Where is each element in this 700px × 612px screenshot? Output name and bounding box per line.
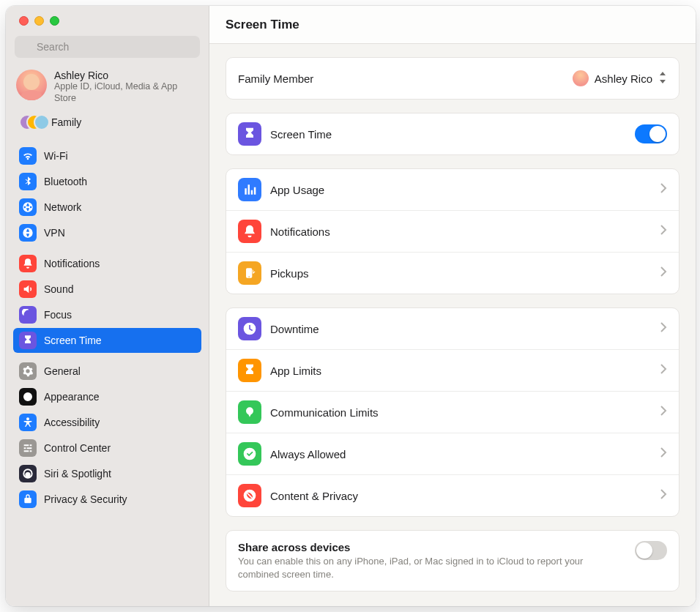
row-always[interactable]: Always Allowed (226, 433, 679, 474)
content-icon (238, 484, 261, 507)
share-title: Share across devices (238, 541, 626, 553)
sidebar-item-accessibility[interactable]: Accessibility (13, 410, 201, 435)
sidebar-item-notifications[interactable]: Notifications (13, 251, 201, 276)
family-member-select[interactable]: Ashley Rico (573, 70, 667, 86)
commlimits-icon (238, 400, 261, 424)
downtime-icon (238, 317, 261, 340)
chevron-right-icon (660, 322, 667, 335)
sidebar-item-general[interactable]: General (13, 359, 201, 384)
main-pane: Screen Time Family Member Ashley Rico (209, 6, 696, 606)
screentime-toggle-card: Screen Time (226, 113, 679, 155)
sidebar-item-label: Control Center (44, 442, 111, 454)
sidebar-group: Wi-FiBluetoothNetworkVPN (13, 143, 201, 245)
row-label: Downtime (270, 323, 652, 335)
controlcenter-icon (19, 439, 37, 457)
applimits-icon (238, 359, 261, 382)
sidebar-item-appearance[interactable]: Appearance (13, 384, 201, 409)
sound-icon (19, 280, 37, 298)
close-window-button[interactable] (19, 16, 29, 26)
screentime-icon (19, 332, 37, 349)
sidebar-item-label: Wi-Fi (44, 150, 68, 162)
sidebar-item-label: Appearance (44, 391, 100, 403)
sidebar-item-screentime[interactable]: Screen Time (13, 328, 201, 353)
sidebar-item-siri[interactable]: Siri & Spotlight (13, 461, 201, 486)
row-label: App Usage (270, 184, 652, 196)
sidebar-item-wifi[interactable]: Wi-Fi (13, 143, 201, 168)
zoom-window-button[interactable] (50, 16, 59, 26)
row-applimits[interactable]: App Limits (226, 349, 679, 391)
row-label: Notifications (270, 225, 652, 238)
family-member-selected: Ashley Rico (595, 72, 652, 85)
row-label: Always Allowed (270, 448, 652, 460)
row-app-usage[interactable]: App Usage (226, 169, 679, 210)
settings-section-card: App UsageNotificationsPickups (226, 168, 679, 294)
row-content[interactable]: Content & Privacy (226, 474, 679, 516)
sidebar-item-label: Notifications (44, 258, 100, 269)
hourglass-icon (238, 122, 261, 146)
network-icon (19, 198, 37, 216)
account-text: Ashley Rico Apple ID, iCloud, Media & Ap… (54, 70, 198, 104)
chevron-right-icon (660, 447, 667, 460)
focus-icon (19, 306, 37, 324)
search-input[interactable] (15, 36, 200, 58)
family-member-row: Family Member Ashley Rico (226, 58, 679, 99)
share-across-devices-card: Share across devices You can enable this… (226, 530, 679, 592)
apple-id-account[interactable]: Ashley Rico Apple ID, iCloud, Media & Ap… (13, 65, 201, 110)
screentime-toggle-label: Screen Time (270, 128, 626, 141)
sidebar-item-label: VPN (44, 227, 65, 239)
sidebar-item-bluetooth[interactable]: Bluetooth (13, 169, 201, 194)
sidebar-item-network[interactable]: Network (13, 195, 201, 220)
accessibility-icon (19, 414, 37, 431)
sidebar: Ashley Rico Apple ID, iCloud, Media & Ap… (6, 6, 209, 606)
siri-icon (19, 465, 37, 482)
account-subtitle: Apple ID, iCloud, Media & App Store (54, 81, 198, 104)
share-toggle[interactable] (635, 541, 667, 560)
sidebar-item-label: Privacy & Security (44, 493, 127, 505)
wifi-icon (19, 147, 37, 165)
row-label: Communication Limits (270, 406, 652, 419)
sidebar-item-label: Siri & Spotlight (44, 468, 111, 479)
avatar (16, 70, 47, 100)
settings-window: Ashley Rico Apple ID, iCloud, Media & Ap… (6, 6, 696, 606)
sidebar-item-label: Focus (44, 309, 72, 321)
sidebar-item-controlcenter[interactable]: Control Center (13, 436, 201, 460)
vpn-icon (19, 224, 37, 242)
row-downtime[interactable]: Downtime (226, 308, 679, 349)
sidebar-item-family[interactable]: Family (13, 110, 201, 138)
sidebar-item-privacy[interactable]: Privacy & Security (13, 487, 201, 512)
screentime-toggle-row: Screen Time (226, 113, 679, 154)
privacy-icon (19, 490, 37, 508)
appearance-icon (19, 388, 37, 406)
sidebar-item-label: Sound (44, 283, 73, 295)
row-label: Content & Privacy (270, 490, 652, 502)
family-member-label: Family Member (238, 72, 564, 85)
app-usage-icon (238, 178, 261, 201)
chevron-right-icon (660, 489, 667, 502)
general-icon (19, 362, 37, 380)
avatar (573, 70, 589, 86)
row-commlimits[interactable]: Communication Limits (226, 391, 679, 433)
settings-section-card: DowntimeApp LimitsCommunication LimitsAl… (226, 307, 679, 517)
sidebar-item-label: Network (44, 201, 81, 213)
sidebar-item-focus[interactable]: Focus (13, 302, 201, 327)
sidebar-group: NotificationsSoundFocusScreen Time (13, 251, 201, 353)
window-controls (6, 6, 209, 31)
row-notif[interactable]: Notifications (226, 210, 679, 252)
screentime-toggle[interactable] (635, 124, 667, 143)
share-row: Share across devices You can enable this… (226, 531, 679, 591)
minimize-window-button[interactable] (34, 16, 44, 26)
chevron-right-icon (660, 225, 667, 238)
sidebar-item-sound[interactable]: Sound (13, 277, 201, 302)
titlebar: Screen Time (209, 6, 696, 44)
family-member-card: Family Member Ashley Rico (226, 57, 679, 100)
chevron-updown-icon (658, 72, 667, 86)
bluetooth-icon (19, 173, 37, 190)
chevron-right-icon (660, 266, 667, 280)
row-label: Pickups (270, 267, 652, 280)
sidebar-item-vpn[interactable]: VPN (13, 220, 201, 245)
notifications-icon (19, 255, 37, 272)
sidebar-item-label: General (44, 365, 81, 377)
notif-icon (238, 220, 261, 243)
row-pickups[interactable]: Pickups (226, 252, 679, 294)
page-title: Screen Time (226, 18, 299, 32)
